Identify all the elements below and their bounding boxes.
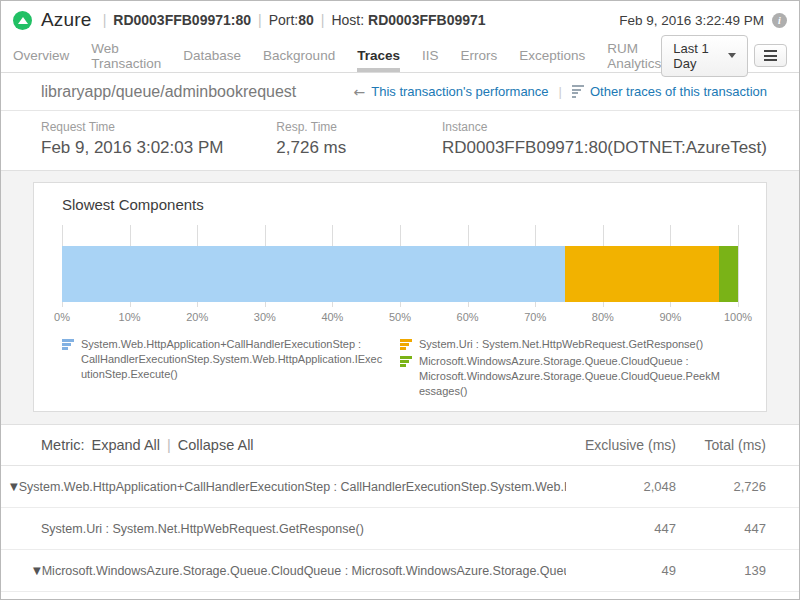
link-transaction-performance[interactable]: ← This transaction's performance: [354, 84, 549, 100]
collapse-caret-icon[interactable]: ▼: [10, 481, 18, 492]
axis-tick-label: 20%: [186, 311, 208, 323]
chart-legend: System.Web.HttpApplication+CallHandlerEx…: [62, 337, 738, 401]
breadcrumb-separator: |: [103, 12, 107, 28]
tab-iis[interactable]: IIS: [422, 39, 439, 72]
tab-background[interactable]: Background: [263, 39, 335, 72]
transaction-title-row: libraryapp/queue/adminbookrequest ← This…: [1, 73, 799, 111]
tab-database[interactable]: Database: [183, 39, 241, 72]
bar-segment[interactable]: [565, 246, 719, 302]
collapse-caret-icon[interactable]: ▼: [33, 565, 41, 576]
axis-tick-label: 50%: [389, 311, 411, 323]
table-row[interactable]: System.Uri : System.Net.HttpWebRequest.G…: [1, 508, 799, 550]
trace-summary: Request Time Feb 9, 2016 3:02:03 PM Resp…: [1, 111, 799, 171]
chart-plot: [62, 225, 738, 307]
app-window: Azure | RD0003FFB09971:80 | Port:80 | Ho…: [0, 0, 800, 600]
legend-item-system-uri: System.Uri : System.Net.HttpWebRequest.G…: [400, 337, 724, 352]
expand-all-link[interactable]: Expand All: [92, 437, 161, 453]
axis-tick-label: 30%: [254, 311, 276, 323]
tab-web-transaction[interactable]: Web Transaction: [91, 39, 161, 72]
table-row[interactable]: System.Uri : System.Net.HttpWebRequest.G…: [1, 592, 799, 600]
breadcrumb-separator: |: [321, 12, 325, 28]
breadcrumb-separator: |: [258, 12, 262, 28]
hamburger-icon: [764, 50, 777, 52]
app-name[interactable]: Azure: [41, 9, 92, 31]
slowest-components-card: Slowest Components 0%10%20%30%40%50%60%7…: [33, 182, 767, 412]
instance-label: Instance: [442, 120, 767, 134]
breadcrumb-host: Host: RD0003FFB09971: [331, 12, 485, 28]
tab-traces[interactable]: Traces: [357, 39, 400, 72]
metric-table-header: Metric: Expand All | Collapse All Exclus…: [1, 425, 799, 466]
axis-tick-label: 70%: [524, 311, 546, 323]
trace-list-icon: [572, 85, 584, 98]
stacked-bar: [62, 246, 738, 302]
tab-errors[interactable]: Errors: [460, 39, 497, 72]
time-range-dropdown[interactable]: Last 1 Day: [661, 35, 748, 77]
table-row[interactable]: ▼ System.Web.HttpApplication+CallHandler…: [1, 466, 799, 508]
tab-overview[interactable]: Overview: [13, 39, 69, 72]
resp-time-label: Resp. Time: [276, 120, 442, 134]
resp-time-value: 2,726 ms: [276, 138, 442, 158]
legend-item-cloud-queue: Microsoft.WindowsAzure.Storage.Queue.Clo…: [400, 354, 724, 399]
chart-title: Slowest Components: [62, 196, 738, 213]
bar-chart-icon: [400, 356, 412, 399]
table-row[interactable]: ▼ Microsoft.WindowsAzure.Storage.Queue.C…: [1, 550, 799, 592]
axis-tick-label: 0%: [54, 311, 70, 323]
link-separator: |: [559, 84, 562, 99]
menu-button[interactable]: [754, 44, 787, 67]
chevron-down-icon: [728, 53, 736, 58]
tab-rum-analytics[interactable]: RUM Analytics: [607, 39, 661, 72]
link-other-traces[interactable]: Other traces of this transaction: [572, 84, 767, 99]
axis-tick-label: 60%: [457, 311, 479, 323]
header-separator: |: [167, 437, 171, 453]
top-header: Azure | RD0003FFB09971:80 | Port:80 | Ho…: [1, 1, 799, 39]
breadcrumb-instance: RD0003FFB09971:80: [113, 12, 251, 28]
bar-segment[interactable]: [719, 246, 738, 302]
request-time-value: Feb 9, 2016 3:02:03 PM: [41, 138, 276, 158]
bar-chart-icon: [62, 339, 74, 382]
request-time-label: Request Time: [41, 120, 276, 134]
tab-exceptions[interactable]: Exceptions: [519, 39, 585, 72]
breadcrumb-port: Port:80: [269, 12, 314, 28]
axis-tick-label: 40%: [321, 311, 343, 323]
metric-label: Metric:: [41, 437, 85, 453]
axis-tick-label: 100%: [724, 311, 752, 323]
axis-tick-label: 80%: [592, 311, 614, 323]
health-status-icon: [13, 11, 32, 30]
legend-item-http-application: System.Web.HttpApplication+CallHandlerEx…: [62, 337, 386, 382]
instance-value: RD0003FFB09971:80(DOTNET:AzureTest): [442, 138, 767, 158]
bar-chart-icon: [400, 339, 412, 352]
current-timestamp: Feb 9, 2016 3:22:49 PM: [619, 13, 764, 28]
collapse-all-link[interactable]: Collapse All: [178, 437, 254, 453]
axis-tick-label: 90%: [659, 311, 681, 323]
column-header-exclusive: Exclusive (ms): [566, 437, 676, 453]
left-arrow-icon: ←: [354, 84, 366, 100]
gridline: [738, 225, 739, 307]
chart-section: Slowest Components 0%10%20%30%40%50%60%7…: [1, 171, 799, 425]
column-header-total: Total (ms): [676, 437, 766, 453]
transaction-title: libraryapp/queue/adminbookrequest: [41, 83, 296, 101]
chart-axis: 0%10%20%30%40%50%60%70%80%90%100%: [62, 311, 738, 328]
axis-tick-label: 10%: [119, 311, 141, 323]
info-icon[interactable]: i: [772, 13, 787, 28]
bar-segment[interactable]: [62, 246, 565, 302]
tab-bar: Overview Web Transaction Database Backgr…: [1, 39, 799, 73]
